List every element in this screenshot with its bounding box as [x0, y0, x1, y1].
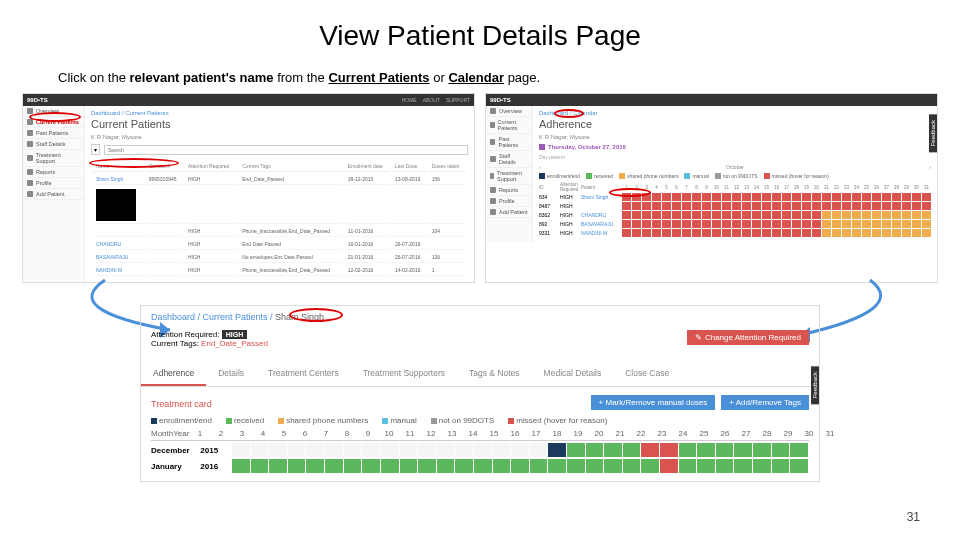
- search-input[interactable]: [104, 145, 468, 155]
- page-title: Adherence: [539, 118, 931, 130]
- sidebar-current-patients[interactable]: Current Patients: [23, 117, 84, 128]
- tags-value: End_Date_Passed: [201, 339, 268, 348]
- pencil-icon: ✎: [695, 333, 702, 342]
- sidebar: Overview Current Patients Past Patients …: [23, 106, 85, 282]
- logo: 99D•TS: [490, 97, 511, 103]
- tab-close-case[interactable]: Close Case: [613, 362, 681, 386]
- grid-header: MonthYear 123456789101112131415161718192…: [151, 429, 809, 441]
- calendar-row[interactable]: 892HIGHBASAVARAJU: [539, 220, 931, 228]
- table-row[interactable]: BASAVARAJUHIGHNo envelopes,Enc Date Pass…: [93, 252, 466, 263]
- sidebar-current-patients[interactable]: Current Patients: [486, 117, 532, 134]
- legend: enrollment/end received shared phone num…: [539, 173, 931, 179]
- tabs: Adherence Details Treatment Centers Trea…: [141, 362, 819, 387]
- attn-badge: HIGH: [222, 330, 248, 339]
- sidebar-past-patients[interactable]: Past Patients: [486, 134, 532, 151]
- breadcrumb: Dashboard / Calendar: [539, 110, 931, 116]
- calendar-screenshot: 99D•TS Overview Current Patients Past Pa…: [485, 93, 938, 283]
- month-label: October: [726, 164, 744, 170]
- current-patients-screenshot: 99D•TS HOME ABOUT SUPPORT Overview Curre…: [22, 93, 475, 283]
- treatment-card-row: January2016: [151, 459, 809, 473]
- logo: 99D•TS: [27, 97, 48, 103]
- tab-treatment-centers[interactable]: Treatment Centers: [256, 362, 351, 386]
- subhead: K R Nagar, Mysore: [91, 134, 468, 140]
- attn-label: Attention Required:: [151, 330, 220, 339]
- change-attention-button[interactable]: ✎Change Attention Required: [687, 330, 809, 345]
- legend: enrollment/end received shared phone num…: [151, 416, 809, 425]
- table-row[interactable]: [93, 187, 466, 224]
- table-row[interactable]: NANDINI MHIGHPhone_Inaccessible,End_Date…: [93, 265, 466, 276]
- page-number: 31: [907, 510, 920, 524]
- page-title: Current Patients: [91, 118, 468, 130]
- treatment-card-title: Treatment card: [151, 399, 212, 409]
- slide-subtitle: Click on the relevant patient's name fro…: [58, 70, 960, 85]
- subhead: K R Nagar, Mysore: [539, 134, 931, 140]
- add-tags-button[interactable]: + Add/Remove Tags: [721, 395, 809, 410]
- sidebar-treatment-support[interactable]: Treatment Support: [23, 150, 84, 167]
- tab-adherence[interactable]: Adherence: [141, 362, 206, 386]
- nav-support[interactable]: SUPPORT: [446, 97, 470, 103]
- month-next[interactable]: ›: [929, 164, 931, 170]
- sidebar-overview[interactable]: Overview: [486, 106, 532, 117]
- sidebar-profile[interactable]: Profile: [486, 196, 532, 207]
- tab-treatment-supporters[interactable]: Treatment Supporters: [351, 362, 457, 386]
- table-row[interactable]: CHANDRUHIGHEnd Date Passed16-01-201626-0…: [93, 239, 466, 250]
- slide-title: View Patient Details Page: [0, 20, 960, 52]
- sidebar-add-patient[interactable]: Add Patient: [486, 207, 532, 218]
- pills-label: Day pattern: [539, 154, 931, 160]
- redaction-block: [96, 189, 136, 221]
- sidebar-reports[interactable]: Reports: [23, 167, 84, 178]
- feedback-tab[interactable]: Feedback: [929, 114, 937, 152]
- sidebar-profile[interactable]: Profile: [23, 178, 84, 189]
- sidebar-staff[interactable]: Staff Details: [486, 151, 532, 168]
- date-label: Thursday, October 27, 2016: [539, 144, 931, 150]
- calendar-row[interactable]: 834HIGHSham Singh: [539, 193, 931, 201]
- treatment-card-row: December2015: [151, 443, 809, 457]
- table-row[interactable]: HIGHPhone_Inaccessible,End_Date_Passed11…: [93, 226, 466, 237]
- filter-icon[interactable]: ▾: [91, 144, 100, 155]
- topbar: 99D•TS HOME ABOUT SUPPORT: [23, 94, 474, 106]
- tab-details[interactable]: Details: [206, 362, 256, 386]
- sidebar-past-patients[interactable]: Past Patients: [23, 128, 84, 139]
- sidebar-reports[interactable]: Reports: [486, 185, 532, 196]
- calendar-grid: IDAttention RequiredPatient1234567891011…: [539, 182, 931, 237]
- calendar-row[interactable]: 8362HIGHCHANDRU: [539, 211, 931, 219]
- breadcrumb: Dashboard / Current Patients / Sham Sing…: [151, 312, 809, 322]
- breadcrumb: Dashboard / Current Patients: [91, 110, 468, 116]
- table-row[interactable]: Sham Singh9995310945HIGHEnd_Date_Passed1…: [93, 174, 466, 185]
- patients-table: NameContact #Attention RequiredCurrent T…: [91, 159, 468, 278]
- nav-home[interactable]: HOME: [402, 97, 417, 103]
- mark-doses-button[interactable]: + Mark/Remove manual doses: [591, 395, 716, 410]
- sidebar-staff[interactable]: Staff Details: [23, 139, 84, 150]
- calendar-row[interactable]: 9331HIGHNANDINI M: [539, 229, 931, 237]
- calendar-row[interactable]: 8487HIGH: [539, 202, 931, 210]
- sidebar-add-patient[interactable]: Add Patient: [23, 189, 84, 200]
- nav-about[interactable]: ABOUT: [423, 97, 440, 103]
- tab-medical-details[interactable]: Medical Details: [532, 362, 614, 386]
- month-prev[interactable]: ‹: [539, 164, 541, 170]
- tab-tags-notes[interactable]: Tags & Notes: [457, 362, 532, 386]
- feedback-tab[interactable]: Feedback: [811, 366, 819, 404]
- sidebar-overview[interactable]: Overview: [23, 106, 84, 117]
- sidebar-treatment-support[interactable]: Treatment Support: [486, 168, 532, 185]
- patient-detail-screenshot: Dashboard / Current Patients / Sham Sing…: [140, 305, 820, 482]
- tags-label: Current Tags:: [151, 339, 199, 348]
